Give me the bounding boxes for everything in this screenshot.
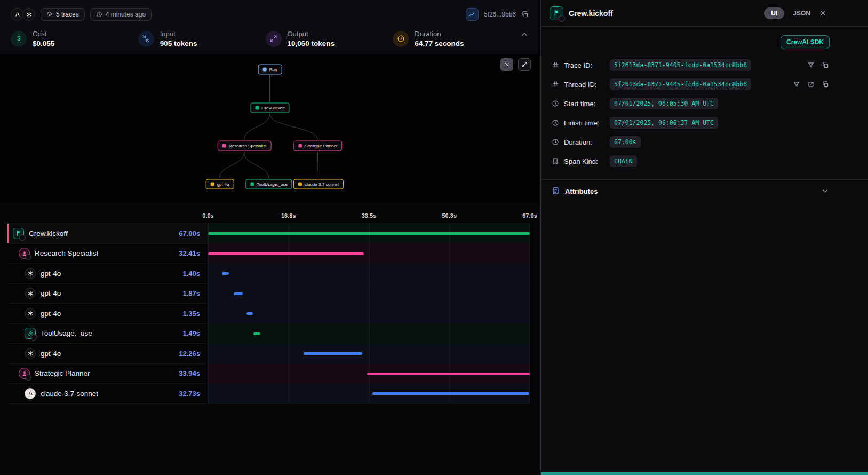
dollar-icon bbox=[11, 31, 27, 47]
timeline-row-chart bbox=[208, 344, 530, 363]
filter-icon[interactable] bbox=[793, 81, 801, 89]
horizontal-scrollbar[interactable] bbox=[541, 472, 868, 475]
external-icon[interactable] bbox=[807, 81, 815, 89]
timeline-row-chart bbox=[208, 324, 530, 344]
span-name: Strategic Planner bbox=[35, 369, 90, 377]
view-toggle: UI JSON bbox=[764, 7, 827, 19]
arrows-in-icon bbox=[138, 31, 154, 47]
node-type-dot bbox=[222, 144, 226, 148]
metric-output: Output 10,060 tokens bbox=[266, 30, 393, 48]
details-title: Crew.kickoff bbox=[569, 9, 613, 18]
metric-label: Input bbox=[160, 30, 197, 38]
graph-node[interactable]: Research Specialist bbox=[218, 141, 272, 151]
traces-badge[interactable]: 5 traces bbox=[41, 8, 85, 21]
detail-field: Start time: 07/01/2025, 06:05:30 AM UTC bbox=[552, 94, 830, 113]
node-label: Research Specialist bbox=[229, 144, 267, 148]
span-duration: 67.00s bbox=[179, 229, 200, 238]
metric-value: 905 tokens bbox=[160, 39, 197, 48]
axis-tick: 0.0s bbox=[202, 212, 213, 219]
graph-node[interactable]: claude-3.7-sonnet bbox=[293, 179, 344, 189]
graph-node[interactable]: gpt-4o bbox=[206, 179, 234, 189]
timeline-row[interactable]: Strategic Planner 33.94s bbox=[7, 364, 530, 384]
copy-icon[interactable] bbox=[822, 61, 830, 69]
expand-graph-button[interactable] bbox=[518, 58, 531, 71]
span-name: claude-3.7-sonnet bbox=[41, 390, 98, 398]
metric-value: $0.055 bbox=[33, 39, 54, 48]
span-name: ToolUsage._use bbox=[41, 329, 92, 337]
node-label: claude-3.7-sonnet bbox=[305, 182, 339, 187]
field-label: Start time: bbox=[564, 100, 606, 108]
close-graph-button[interactable] bbox=[500, 58, 513, 71]
copy-trace-id-button[interactable] bbox=[521, 10, 530, 19]
filter-icon[interactable] bbox=[807, 61, 815, 69]
axis-tick: 50.3s bbox=[442, 212, 457, 219]
tab-ui[interactable]: UI bbox=[764, 7, 784, 19]
tool-icon bbox=[25, 328, 36, 339]
graph-node[interactable]: Strategic Planner bbox=[293, 141, 342, 151]
node-type-dot bbox=[211, 183, 214, 186]
timeline-row-label-cell: Strategic Planner 33.94s bbox=[7, 364, 208, 384]
anthropic-icon bbox=[25, 388, 36, 399]
close-icon[interactable] bbox=[819, 9, 827, 18]
field-label: Duration: bbox=[564, 138, 606, 146]
trace-panel: 5 traces 4 minutes ago 5f26...8bb6 Cost … bbox=[0, 0, 541, 475]
metric-duration: Duration 64.77 seconds bbox=[393, 30, 520, 48]
field-label: Span Kind: bbox=[564, 157, 606, 165]
span-duration: 1.87s bbox=[182, 289, 200, 297]
field-value: 07/01/2025, 06:06:37 AM UTC bbox=[610, 117, 718, 129]
node-type-dot bbox=[298, 183, 302, 186]
span-name: gpt-4o bbox=[41, 270, 61, 278]
timeline-row[interactable]: gpt-4o 1.35s bbox=[7, 304, 530, 324]
tab-json[interactable]: JSON bbox=[793, 10, 810, 17]
timeline-axis: 0.0s16.8s33.5s50.3s67.0s bbox=[208, 202, 530, 223]
timeline-row-chart bbox=[208, 284, 530, 304]
timeline-row[interactable]: gpt-4o 12.26s bbox=[7, 344, 530, 364]
duration-bar bbox=[222, 272, 229, 275]
graph-node[interactable]: Run bbox=[258, 65, 282, 75]
copy-icon[interactable] bbox=[822, 81, 830, 89]
field-value: CHAIN bbox=[610, 155, 637, 167]
timeline-row[interactable]: claude-3.7-sonnet 32.73s bbox=[7, 384, 530, 404]
collapse-metrics-button[interactable] bbox=[520, 30, 530, 39]
span-name: Research Specialist bbox=[35, 249, 98, 257]
trend-button[interactable] bbox=[466, 8, 479, 21]
node-label: Crew.kickoff bbox=[262, 106, 285, 110]
detail-field: Trace ID: 5f2613da-8371-9405-fcdd-0a1534… bbox=[552, 56, 830, 75]
timeline-axis-row: 0.0s16.8s33.5s50.3s67.0s bbox=[7, 202, 530, 223]
detail-field: Thread ID: 5f2613da-8371-9405-fcdd-0a153… bbox=[552, 75, 830, 94]
node-label: Run bbox=[269, 67, 277, 72]
timeline-row[interactable]: Research Specialist 32.41s bbox=[7, 244, 530, 264]
timeline-row-label-cell: gpt-4o 1.87s bbox=[7, 284, 208, 304]
node-type-dot bbox=[263, 68, 267, 72]
hash-icon bbox=[552, 61, 560, 69]
timeline-row-chart bbox=[208, 244, 530, 264]
metric-input: Input 905 tokens bbox=[138, 30, 266, 48]
trace-graph: RunCrew.kickoffResearch SpecialistStrate… bbox=[0, 54, 540, 202]
timeline-row[interactable]: ToolUsage._use 1.49s bbox=[7, 324, 530, 344]
span-duration: 1.49s bbox=[182, 329, 200, 337]
timeline-row-label-cell: claude-3.7-sonnet 32.73s bbox=[7, 384, 208, 403]
crewai-icon bbox=[13, 228, 24, 239]
duration-bar bbox=[367, 373, 530, 375]
span-duration: 32.73s bbox=[179, 390, 200, 398]
field-actions bbox=[793, 81, 830, 89]
detail-fields: Trace ID: 5f2613da-8371-9405-fcdd-0a1534… bbox=[541, 51, 868, 177]
bookmark-icon bbox=[552, 157, 560, 165]
timeline-row[interactable]: gpt-4o 1.40s bbox=[7, 264, 530, 284]
timeline-row[interactable]: Crew.kickoff 67.00s bbox=[7, 224, 530, 244]
field-value: 67.00s bbox=[610, 136, 641, 148]
timeline-row[interactable]: gpt-4o 1.87s bbox=[7, 284, 530, 304]
metric-cost: Cost $0.055 bbox=[11, 30, 138, 48]
sdk-row: CrewAI SDK bbox=[541, 27, 868, 51]
provider-logos bbox=[11, 8, 35, 21]
openai-icon bbox=[25, 348, 36, 359]
app: 5 traces 4 minutes ago 5f26...8bb6 Cost … bbox=[0, 0, 868, 475]
attributes-section[interactable]: Attributes bbox=[541, 179, 868, 202]
graph-node[interactable]: Crew.kickoff bbox=[251, 103, 290, 113]
chevron-down-icon[interactable] bbox=[821, 187, 830, 195]
openai-icon bbox=[25, 268, 36, 279]
metric-label: Duration bbox=[415, 30, 464, 38]
field-value: 07/01/2025, 06:05:30 AM UTC bbox=[610, 98, 718, 109]
clock-icon bbox=[552, 100, 560, 108]
graph-node[interactable]: ToolUsage._use bbox=[245, 179, 292, 189]
